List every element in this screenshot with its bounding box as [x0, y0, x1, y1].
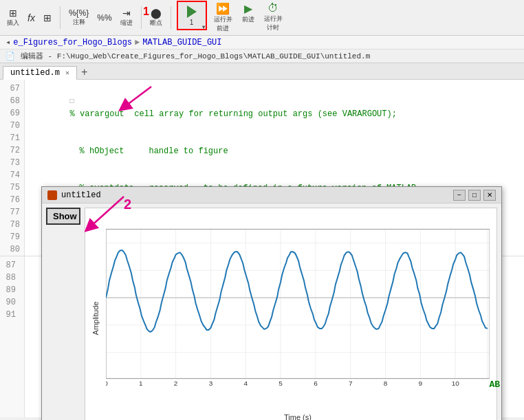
percent-button[interactable]: %% [94, 12, 114, 24]
figure-title: untitled [47, 190, 101, 200]
breadcrumb-part2[interactable]: MATLAB_GUIDE_GUI [142, 38, 221, 47]
editor-icon: 📄 [6, 52, 15, 60]
breadcrumb: ◂ e_Figures_for_Hogo_Blogs ► MATLAB_GUID… [0, 36, 524, 49]
figure-title-text: untitled [61, 190, 101, 200]
insert-button[interactable]: ⊞ 插入 [4, 6, 22, 29]
svg-rect-18 [106, 229, 490, 378]
run-button-container: 1 ▼ [177, 1, 207, 30]
code-line-67: □ % varargout cell array for returning o… [30, 82, 518, 133]
editor-container: 67 68 69 70 71 72 73 74 75 76 77 78 79 8… [0, 80, 524, 417]
plot-area: Amplitude [85, 208, 497, 420]
minimize-button[interactable]: − [453, 190, 466, 201]
close-button[interactable]: ✕ [483, 190, 496, 201]
svg-text:4: 4 [243, 379, 248, 387]
full-path: 编辑器 - F:\Hugo_Web\Create_Figures_for_Hog… [21, 51, 370, 61]
grid-button[interactable]: ⊞ [41, 11, 54, 25]
tab-add-button[interactable]: + [77, 65, 91, 79]
maximize-button[interactable]: □ [468, 190, 481, 201]
figure-left-panel: Show [46, 208, 80, 420]
show-button[interactable]: Show [46, 208, 80, 225]
svg-text:9: 9 [419, 379, 423, 387]
path-bar: 📄 编辑器 - F:\Hugo_Web\Create_Figures_for_H… [0, 49, 524, 63]
figure-controls: − □ ✕ [453, 190, 496, 201]
indent-button[interactable]: ⇥ 缩进 [118, 6, 135, 29]
toolbar-group-insert: ⊞ 插入 fx ⊞ [4, 6, 61, 29]
tab-label: untitled.m [10, 68, 60, 78]
advance-button[interactable]: ▶ 前进 [239, 1, 257, 25]
y-axis-label: Amplitude [85, 208, 106, 420]
breadcrumb-separator: ◂ [6, 37, 10, 47]
breakpoint-button[interactable]: ⬤ 断点 [147, 6, 165, 29]
breadcrumb-arrow: ► [135, 38, 140, 47]
breadcrumb-part1[interactable]: e_Figures_for_Hogo_Blogs [13, 38, 132, 47]
svg-text:5: 5 [279, 379, 283, 387]
chart-container: 0 0.5 1 -0.5 -1 0 1 2 3 4 5 6 7 [106, 208, 496, 420]
svg-text:0: 0 [106, 379, 108, 387]
svg-text:1: 1 [139, 379, 143, 387]
play-icon [184, 5, 200, 19]
svg-text:6: 6 [314, 379, 318, 387]
annotation-1-label: 1 [143, 5, 149, 18]
figure-window: untitled − □ ✕ Show Amplitude [41, 186, 502, 420]
toolbar: ⊞ 插入 fx ⊞ %{%} 注释 %% ⇥ 缩进 ⬤ 断点 [0, 0, 524, 36]
svg-text:8: 8 [384, 379, 388, 387]
tab-bar: untitled.m ✕ + [0, 63, 524, 80]
figure-titlebar: untitled − □ ✕ [42, 187, 501, 203]
run-and-time-button[interactable]: ⏱ 运行并计时 [261, 1, 285, 34]
tab-untitled[interactable]: untitled.m ✕ [3, 66, 77, 80]
svg-text:7: 7 [349, 379, 353, 387]
code-line-68: % hObject handle to figure [30, 133, 518, 170]
fx-button[interactable]: fx [25, 11, 38, 25]
x-axis-label: Time (s) [106, 413, 490, 420]
figure-body: Show Amplitude [42, 203, 501, 420]
run-dropdown-icon: ▼ [202, 24, 206, 30]
toolbar-group-breakpoint: ⬤ 断点 [147, 6, 171, 29]
comment-button[interactable]: %{%} 注释 [66, 7, 91, 28]
toolbar-group-run: 1 ▼ ⏩ 运行并前进 ▶ 前进 ⏱ 运行并计时 [177, 1, 285, 34]
tab-close-icon[interactable]: ✕ [65, 69, 69, 77]
matlab-icon [47, 190, 57, 200]
toolbar-group-comment: %{%} 注释 %% ⇥ 缩进 [66, 6, 142, 29]
sine-chart: 0 0.5 1 -0.5 -1 0 1 2 3 4 5 6 7 [106, 214, 490, 409]
run-and-advance-button[interactable]: ⏩ 运行并前进 [211, 1, 235, 34]
svg-text:10: 10 [452, 379, 460, 387]
ab-label: AB [489, 379, 500, 390]
fold-icon-67: □ [70, 98, 74, 105]
svg-text:3: 3 [209, 379, 213, 387]
svg-text:2: 2 [174, 379, 178, 387]
